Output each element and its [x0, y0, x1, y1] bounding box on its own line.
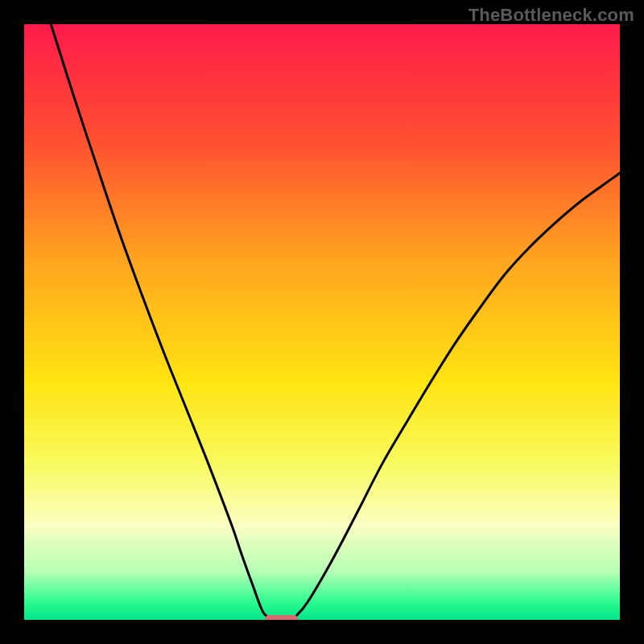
chart-frame: TheBottleneck.com: [0, 0, 644, 644]
annotation-marker: [265, 615, 298, 620]
plot-svg: [24, 24, 620, 620]
gradient-background: [24, 24, 620, 620]
markers-group: [265, 615, 298, 620]
plot-area: [24, 24, 620, 620]
watermark-text: TheBottleneck.com: [469, 5, 634, 26]
